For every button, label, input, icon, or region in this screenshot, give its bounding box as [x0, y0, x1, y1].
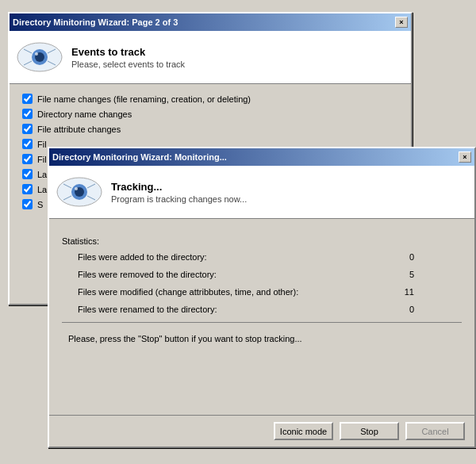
stats-label: Statistics:: [62, 236, 462, 246]
bg-title-bar: Directory Minitoring Wizard: Page 2 of 3…: [10, 13, 411, 31]
checkbox-4[interactable]: [22, 139, 33, 149]
stop-button[interactable]: Stop: [340, 422, 399, 440]
fg-close-button[interactable]: ×: [459, 151, 471, 163]
bg-close-button[interactable]: ×: [395, 17, 408, 28]
checkbox-label-2: Directory name changes: [37, 109, 132, 119]
stat-label-3: Files were modified (change attribbutes,…: [78, 287, 298, 297]
foreground-window: Directory Monitoring Wizard: Monitoring.…: [48, 147, 476, 448]
checkbox-label-6: La: [37, 170, 47, 179]
stat-row-4: Files were renamed to the directory: 0: [62, 305, 462, 314]
checkbox-item-3: File attribute changes: [22, 124, 398, 134]
press-note: Please, press the "Stop" button if you w…: [62, 334, 462, 343]
fg-header-title: Tracking...: [111, 181, 247, 193]
fg-title-text: Directory Monitoring Wizard: Monitoring.…: [52, 152, 227, 162]
checkbox-label-1: File name changes (file renaming, creati…: [37, 94, 251, 104]
cancel-button[interactable]: Cancel: [405, 422, 465, 440]
fg-title-bar: Directory Monitoring Wizard: Monitoring.…: [49, 148, 474, 166]
bg-header: Events to track Please, select events to…: [10, 31, 411, 84]
divider: [62, 322, 462, 323]
bg-header-title: Events to track: [71, 46, 185, 58]
fg-header-text: Tracking... Program is tracking changes …: [111, 181, 247, 204]
bg-header-subtitle: Please, select events to track: [71, 59, 185, 69]
fg-eye-graphic: [56, 172, 103, 212]
checkbox-3[interactable]: [22, 124, 33, 134]
checkbox-label-4: Fil: [37, 140, 47, 149]
svg-point-11: [75, 187, 78, 190]
fg-footer: Iconic mode Stop Cancel: [49, 415, 474, 447]
bg-header-text: Events to track Please, select events to…: [71, 46, 185, 69]
checkbox-7[interactable]: [22, 184, 33, 194]
checkbox-label-3: File attribute changes: [37, 125, 121, 134]
stat-row-1: Files were added to the directory: 0: [62, 252, 462, 262]
fg-header-subtitle: Program is tracking changes now...: [111, 194, 247, 204]
bg-title-text: Directory Minitoring Wizard: Page 2 of 3: [13, 17, 178, 27]
checkbox-item-2: Directory name changes: [22, 109, 398, 119]
bg-eye-graphic: [16, 37, 63, 77]
stat-label-2: Files were removed to the directory:: [78, 270, 217, 279]
stat-row-2: Files were removed to the directory: 5: [62, 270, 462, 279]
checkbox-1[interactable]: [22, 94, 33, 104]
checkbox-label-8: S: [37, 200, 43, 209]
checkbox-6[interactable]: [22, 169, 33, 179]
stat-row-3: Files were modified (change attribbutes,…: [62, 287, 462, 297]
fg-header: Tracking... Program is tracking changes …: [49, 166, 474, 219]
stat-value-2: 5: [390, 270, 414, 279]
checkbox-label-5: Fil: [37, 155, 47, 164]
stat-value-3: 11: [390, 287, 414, 297]
stat-value-4: 0: [390, 305, 414, 314]
checkbox-5[interactable]: [22, 154, 33, 164]
fg-content: Statistics: Files were added to the dire…: [49, 219, 474, 394]
checkbox-8[interactable]: [22, 199, 33, 209]
svg-point-3: [35, 52, 38, 56]
stat-value-1: 0: [390, 252, 414, 262]
checkbox-label-7: La: [37, 185, 47, 194]
checkbox-item-1: File name changes (file renaming, creati…: [22, 94, 398, 104]
stat-label-1: Files were added to the directory:: [78, 252, 207, 262]
stat-label-4: Files were renamed to the directory:: [78, 305, 217, 314]
iconic-mode-button[interactable]: Iconic mode: [274, 422, 333, 440]
checkbox-2[interactable]: [22, 109, 33, 119]
stats-section: Statistics: Files were added to the dire…: [62, 236, 462, 314]
